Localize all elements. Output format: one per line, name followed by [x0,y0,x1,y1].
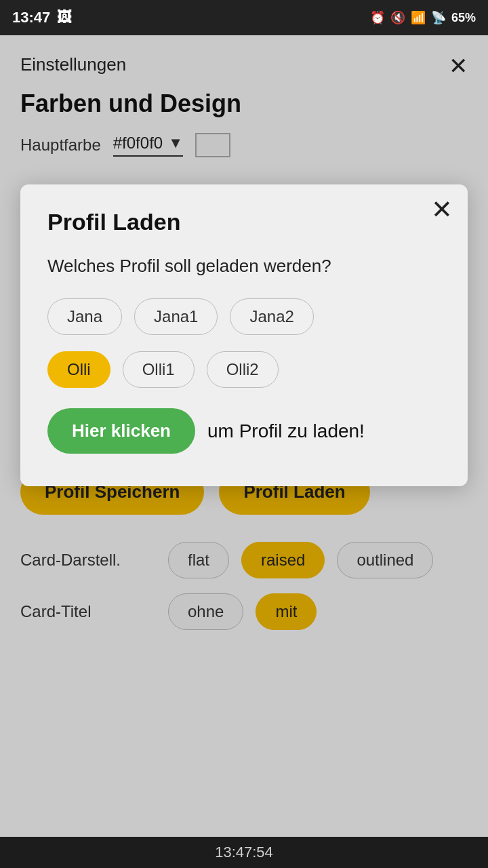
modal-overlay: ✕ Profil Laden Welches Profil soll gelad… [0,35,488,868]
modal-question: Welches Profil soll geladen werden? [47,256,441,277]
modal-action-row: Hier klicken um Profil zu laden! [47,408,441,454]
signal-icon: 📡 [431,10,446,25]
alarm-icon: ⏰ [370,10,385,25]
hier-klicken-button[interactable]: Hier klicken [47,408,195,454]
profile-chips-row-2: Olli Olli1 Olli2 [47,351,441,388]
olli2-chip[interactable]: Olli2 [207,351,279,388]
jana2-chip[interactable]: Jana2 [230,298,313,335]
jana1-chip[interactable]: Jana1 [134,298,218,335]
image-icon: 🖼 [57,9,72,26]
status-bar-right: ⏰ 🔇 📶 📡 65% [370,10,476,25]
modal-title: Profil Laden [47,209,441,235]
status-bar-left: 13:47 🖼 [12,9,72,26]
profile-chips-row-1: Jana Jana1 Jana2 [47,298,441,335]
olli1-chip[interactable]: Olli1 [123,351,195,388]
time-display: 13:47 [12,9,50,26]
olli-chip[interactable]: Olli [47,351,110,388]
mute-icon: 🔇 [390,10,405,25]
modal-close-button[interactable]: ✕ [431,197,453,222]
profil-laden-modal: ✕ Profil Laden Welches Profil soll gelad… [20,184,468,486]
battery-display: 65% [451,11,476,25]
modal-action-text: um Profil zu laden! [207,420,365,442]
jana-chip[interactable]: Jana [47,298,122,335]
wifi-icon: 📶 [411,10,426,25]
status-bar: 13:47 🖼 ⏰ 🔇 📶 📡 65% [0,0,488,35]
